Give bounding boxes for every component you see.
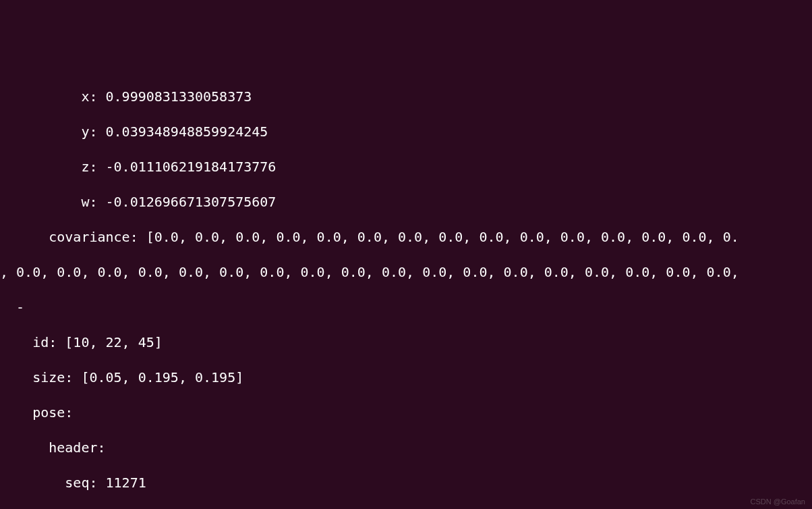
output-line: w: -0.012696671307575607	[0, 193, 812, 211]
output-line: -	[0, 298, 812, 316]
output-line: covariance: [0.0, 0.0, 0.0, 0.0, 0.0, 0.…	[0, 228, 812, 246]
output-line: pose:	[0, 404, 812, 421]
output-line: size: [0.05, 0.195, 0.195]	[0, 369, 812, 386]
output-line: , 0.0, 0.0, 0.0, 0.0, 0.0, 0.0, 0.0, 0.0…	[0, 263, 812, 281]
output-line: x: 0.9990831330058373	[0, 88, 812, 105]
terminal-output: x: 0.9990831330058373 y: 0.0393489488599…	[0, 70, 812, 509]
output-line: z: -0.011106219184173776	[0, 158, 812, 176]
watermark-text: CSDN @Goafan	[751, 497, 805, 506]
output-line: id: [10, 22, 45]	[0, 333, 812, 351]
output-line: header:	[0, 439, 812, 456]
output-line: seq: 11271	[0, 474, 812, 491]
output-line: y: 0.039348948859924245	[0, 123, 812, 140]
